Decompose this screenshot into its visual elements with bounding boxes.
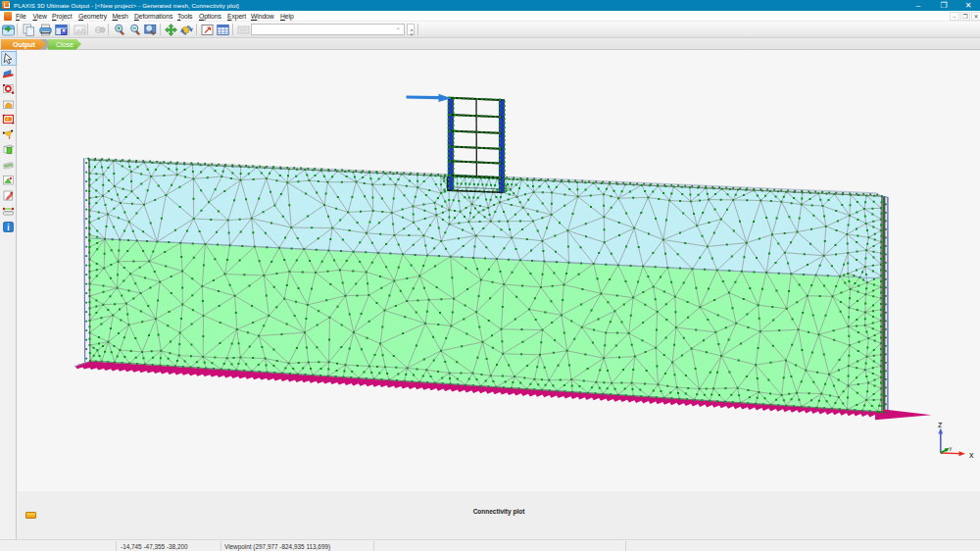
svg-text:i: i xyxy=(7,222,9,231)
svg-text:y: y xyxy=(950,445,953,451)
svg-text:x: x xyxy=(969,450,974,460)
svg-text:z: z xyxy=(938,420,943,429)
